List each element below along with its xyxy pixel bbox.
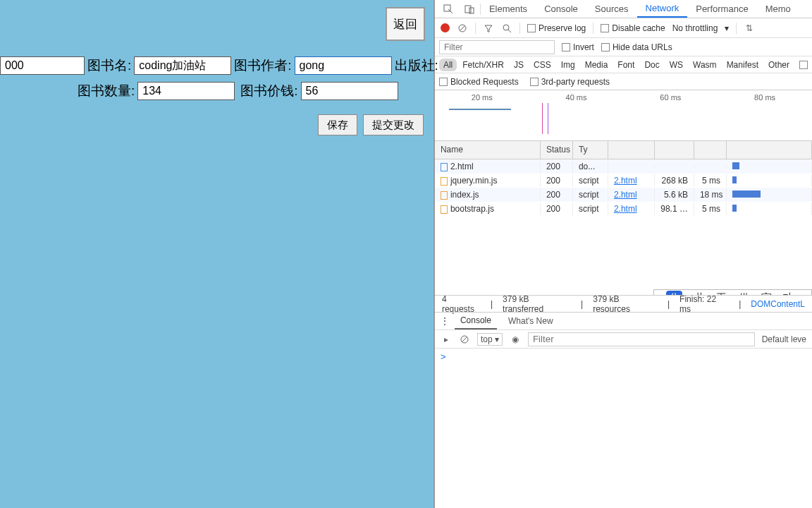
tab-console[interactable]: Console	[536, 1, 586, 17]
file-icon	[441, 163, 448, 171]
throttling-select[interactable]: No throttling	[672, 23, 718, 33]
book-author-input[interactable]	[295, 56, 392, 75]
filter-other[interactable]: Other	[764, 59, 794, 71]
summary-requests: 4 requests	[442, 294, 481, 314]
type-filters: All Fetch/XHR JS CSS Img Media Font Doc …	[435, 56, 812, 73]
book-price-input[interactable]	[301, 82, 398, 100]
book-form: 图书名: 图书作者: 出版社: 图书数量: 图书价钱:	[0, 55, 428, 106]
table-row[interactable]: jquery.min.js200script2.html268 kB5 ms	[435, 174, 812, 188]
col-waterfall[interactable]	[727, 141, 812, 159]
wifi-icon[interactable]: ⇅	[744, 23, 755, 34]
drawer-menu-icon[interactable]: ⋮	[441, 316, 449, 326]
book-author-label: 图书作者:	[234, 56, 291, 75]
console-context-select[interactable]: top ▾	[477, 333, 503, 346]
third-party-checkbox[interactable]: 3rd-party requests	[530, 77, 610, 87]
filter-js[interactable]: JS	[510, 59, 528, 71]
preserve-log-checkbox[interactable]: Preserve log	[527, 23, 586, 33]
hide-data-urls-checkbox[interactable]: Hide data URLs	[601, 42, 672, 52]
filter-wasm[interactable]: Wasm	[689, 59, 721, 71]
network-toolbar: Preserve log Disable cache No throttling…	[435, 18, 812, 38]
table-row[interactable]: index.js200script2.html5.6 kB18 ms	[435, 188, 812, 202]
filter-css[interactable]: CSS	[529, 59, 555, 71]
blocked-row: Blocked Requests 3rd-party requests	[435, 73, 812, 90]
filter-icon[interactable]	[483, 23, 494, 34]
tab-network[interactable]: Network	[637, 0, 688, 18]
chevron-down-icon[interactable]: ▾	[725, 23, 729, 33]
filter-img[interactable]: Img	[557, 59, 579, 71]
publisher-label: 出版社:	[395, 56, 438, 75]
filter-ws[interactable]: WS	[665, 59, 687, 71]
record-icon[interactable]	[441, 23, 450, 32]
col-time[interactable]	[694, 141, 727, 159]
invert-checkbox[interactable]: Invert	[562, 42, 594, 52]
ime-candidate-bar[interactable]: 1公 2共 3工 4供 5宫 6功 7	[653, 289, 812, 295]
web-app-panel: 返回 图书名: 图书作者: 出版社: 图书数量: 图书价钱: 保存 提交更改	[0, 0, 435, 508]
tab-memory[interactable]: Memo	[757, 1, 799, 17]
filter-all[interactable]: All	[439, 59, 457, 71]
timeline-tick: 60 ms	[660, 93, 681, 102]
col-size[interactable]	[655, 141, 694, 159]
console-filter-input[interactable]	[528, 332, 755, 346]
filter-doc[interactable]: Doc	[640, 59, 663, 71]
search-icon[interactable]	[501, 23, 512, 34]
book-qty-label: 图书数量:	[78, 82, 135, 100]
book-name-input[interactable]	[134, 56, 231, 75]
blocked-requests-checkbox[interactable]: Blocked Requests	[439, 77, 519, 87]
inspect-icon[interactable]	[442, 4, 455, 15]
filter-media[interactable]: Media	[581, 59, 613, 71]
network-timeline[interactable]: 20 ms 40 ms 60 ms 80 ms	[435, 90, 812, 141]
device-icon[interactable]	[463, 4, 476, 15]
console-clear-icon[interactable]	[459, 334, 470, 345]
console-levels[interactable]: Default leve	[762, 334, 806, 344]
disable-cache-checkbox[interactable]: Disable cache	[601, 23, 665, 33]
col-type[interactable]: Ty	[573, 141, 608, 159]
tab-sources[interactable]: Sources	[586, 1, 637, 17]
console-prompt: >	[441, 351, 446, 362]
network-summary: 4 requests | 379 kB transferred | 379 kB…	[435, 295, 812, 312]
filter-manifest[interactable]: Manifest	[722, 59, 763, 71]
svg-line-8	[462, 337, 467, 342]
col-name[interactable]: Name	[435, 141, 541, 159]
file-icon	[441, 205, 448, 214]
book-qty-input[interactable]	[137, 82, 235, 100]
console-body[interactable]: >	[435, 349, 812, 508]
col-status[interactable]: Status	[541, 141, 573, 159]
console-toolbar: ▸ top ▾ ◉ Default leve	[435, 330, 812, 349]
file-icon	[441, 191, 448, 200]
summary-finish: Finish: 22 ms	[679, 294, 729, 314]
drawer-tab-console[interactable]: Console	[455, 313, 497, 329]
summary-transferred: 379 kB transferred	[503, 294, 571, 314]
filter-row: Invert Hide data URLs	[435, 38, 812, 56]
svg-rect-1	[465, 6, 471, 13]
submit-button[interactable]: 提交更改	[363, 114, 424, 135]
back-button[interactable]: 返回	[386, 7, 425, 41]
devtools-tabs: Elements Console Sources Network Perform…	[435, 0, 812, 18]
tab-elements[interactable]: Elements	[481, 1, 536, 17]
book-name-label: 图书名:	[87, 56, 131, 75]
timeline-tick: 40 ms	[566, 93, 587, 102]
filter-font[interactable]: Font	[613, 59, 639, 71]
network-filter-input[interactable]	[439, 40, 555, 54]
svg-point-5	[503, 25, 509, 30]
table-row[interactable]: bootstrap.js200script2.html98.1 …5 ms	[435, 202, 812, 216]
col-initiator[interactable]	[608, 141, 655, 159]
filter-fetch[interactable]: Fetch/XHR	[458, 59, 508, 71]
eye-icon[interactable]: ◉	[510, 334, 521, 345]
file-icon	[441, 177, 448, 186]
drawer-tab-whatsnew[interactable]: What's New	[503, 313, 559, 329]
summary-resources: 379 kB resources	[593, 294, 658, 314]
drawer-tabs: ⋮ Console What's New	[435, 312, 812, 330]
network-table: Name Status Ty 2.html200do...jquery.min.…	[435, 141, 812, 295]
book-id-input[interactable]	[0, 56, 85, 75]
devtools-panel: Elements Console Sources Network Perform…	[435, 0, 812, 508]
table-row[interactable]: 2.html200do...	[435, 159, 812, 174]
tab-performance[interactable]: Performance	[687, 1, 756, 17]
console-sidebar-icon[interactable]: ▸	[441, 334, 452, 345]
svg-line-4	[460, 25, 465, 31]
clear-icon[interactable]	[457, 23, 468, 34]
timeline-tick: 20 ms	[472, 93, 493, 102]
summary-dcl: DOMContentL	[751, 299, 805, 309]
timeline-tick: 80 ms	[754, 93, 775, 102]
save-button[interactable]: 保存	[318, 114, 357, 135]
svg-line-6	[508, 30, 511, 32]
